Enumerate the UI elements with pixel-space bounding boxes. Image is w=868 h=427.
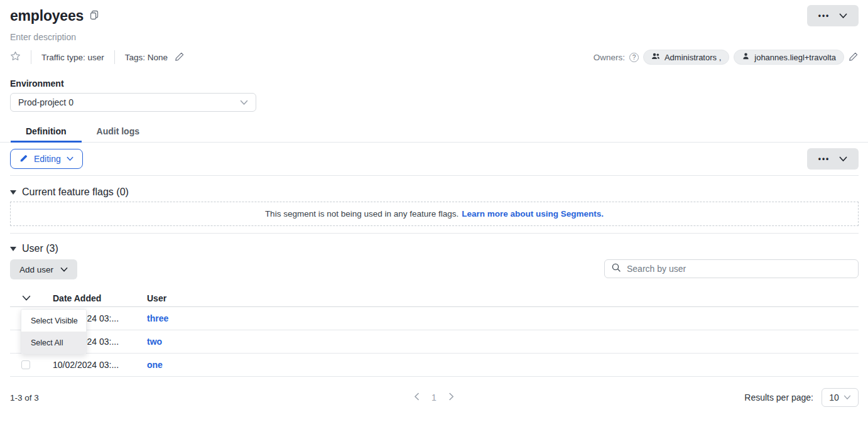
page-number[interactable]: 1 — [431, 392, 437, 403]
search-icon — [611, 262, 621, 275]
add-user-button[interactable]: Add user — [10, 259, 77, 279]
user-link[interactable]: one — [147, 360, 163, 370]
title-row: employees ••• — [0, 0, 868, 26]
results-per-page-value: 10 — [829, 392, 839, 403]
column-header-user: User — [147, 293, 859, 303]
owners-group: Owners: ? Administrators , johannes.lieg… — [594, 50, 859, 65]
more-actions-button[interactable]: ••• — [807, 148, 859, 170]
feature-flags-section-toggle[interactable]: Current feature flags (0) — [0, 186, 129, 198]
owner-chip-administrators[interactable]: Administrators , — [643, 50, 729, 65]
environment-label: Environment — [0, 78, 868, 89]
date-added-cell: 10/02/2024 03:... — [53, 360, 147, 370]
owner-chip-label: Administrators , — [665, 53, 721, 62]
user-link[interactable]: three — [147, 313, 168, 323]
results-per-page-group: Results per page: 10 — [744, 388, 859, 407]
description-placeholder[interactable]: Enter description — [0, 32, 868, 42]
user-heading: User (3) — [22, 243, 58, 254]
chevron-down-icon — [240, 97, 248, 107]
ellipsis-icon: ••• — [818, 12, 830, 19]
select-menu-trigger[interactable] — [22, 295, 31, 301]
previous-page-button[interactable] — [414, 392, 420, 403]
pagination-bar: 1-3 of 3 1 Results per page: 10 — [0, 387, 868, 408]
divider — [114, 50, 115, 64]
table-row: 10/02/2024 03:... three — [10, 307, 859, 330]
empty-message: This segment is not being used in any fe… — [265, 209, 458, 219]
edit-owners-button[interactable] — [849, 51, 859, 63]
more-actions-button[interactable]: ••• — [807, 5, 859, 26]
menu-item-select-visible[interactable]: Select Visible — [21, 310, 86, 332]
pager: 1 — [414, 392, 454, 403]
user-link[interactable]: two — [147, 337, 162, 347]
pencil-icon — [175, 51, 185, 63]
table-row: 10/02/2024 03:... two — [10, 330, 859, 354]
divider — [10, 175, 859, 176]
copy-icon — [89, 10, 99, 22]
owner-chip-user[interactable]: johannes.liegl+travolta — [734, 50, 844, 65]
select-dropdown-menu: Select Visible Select All — [21, 309, 87, 354]
chevron-right-icon — [448, 392, 454, 403]
chevron-down-icon — [67, 156, 73, 161]
traffic-type-label: Traffic type: user — [41, 53, 104, 62]
user-search-box — [604, 259, 859, 278]
learn-more-link[interactable]: Learn more about using Segments. — [462, 209, 604, 219]
tags-label: Tags: None — [125, 53, 168, 62]
feature-flags-empty-state: This segment is not being used in any fe… — [10, 202, 859, 226]
add-user-label: Add user — [19, 265, 53, 274]
owner-chip-label: johannes.liegl+travolta — [754, 53, 836, 62]
table-header: Date Added User — [10, 289, 859, 307]
group-icon — [651, 52, 660, 62]
divider — [10, 233, 859, 234]
column-header-date-added: Date Added — [53, 293, 147, 303]
user-section-toggle[interactable]: User (3) — [0, 243, 58, 254]
person-icon — [742, 52, 750, 62]
star-icon — [10, 51, 21, 63]
editing-label: Editing — [34, 154, 61, 164]
toolbar: Editing ••• — [0, 148, 868, 170]
user-table: Date Added User 10/02/2024 03:... three … — [10, 289, 859, 377]
help-icon[interactable]: ? — [629, 53, 639, 62]
feature-flags-heading: Current feature flags (0) — [22, 186, 129, 198]
segment-page: employees ••• Enter description Traffic — [0, 0, 868, 427]
owners-label: Owners: — [594, 53, 625, 62]
favorite-star-button[interactable] — [10, 51, 21, 63]
search-input[interactable] — [626, 263, 852, 274]
table-row: 10/02/2024 03:... one — [10, 354, 859, 377]
editing-button[interactable]: Editing — [10, 149, 83, 169]
next-page-button[interactable] — [448, 392, 454, 403]
collapse-triangle-icon — [10, 190, 16, 195]
divider — [31, 50, 31, 64]
environment-selected-value: Prod-project 0 — [18, 97, 73, 107]
chevron-down-icon — [60, 267, 68, 273]
collapse-triangle-icon — [10, 247, 16, 251]
pencil-icon — [849, 51, 859, 63]
results-per-page-select[interactable]: 10 — [822, 388, 859, 407]
environment-select[interactable]: Prod-project 0 — [10, 93, 256, 112]
tab-audit-logs[interactable]: Audit logs — [82, 121, 155, 143]
chevron-down-icon — [839, 13, 847, 19]
chevron-down-icon — [844, 395, 851, 400]
results-range: 1-3 of 3 — [10, 393, 39, 403]
pencil-icon — [19, 154, 28, 165]
row-checkbox[interactable] — [21, 360, 30, 369]
tab-definition[interactable]: Definition — [11, 121, 82, 143]
ellipsis-icon: ••• — [818, 155, 830, 163]
meta-row: Traffic type: user Tags: None Owners: ? … — [0, 50, 868, 65]
edit-tags-button[interactable] — [175, 51, 185, 63]
user-controls: Add user — [0, 259, 868, 279]
tab-bar: Definition Audit logs — [0, 121, 868, 143]
page-title: employees — [10, 8, 84, 24]
copy-button[interactable] — [89, 10, 99, 22]
chevron-left-icon — [414, 392, 420, 403]
results-per-page-label: Results per page: — [744, 392, 813, 403]
menu-item-select-all[interactable]: Select All — [21, 332, 86, 354]
chevron-down-icon — [839, 156, 847, 162]
